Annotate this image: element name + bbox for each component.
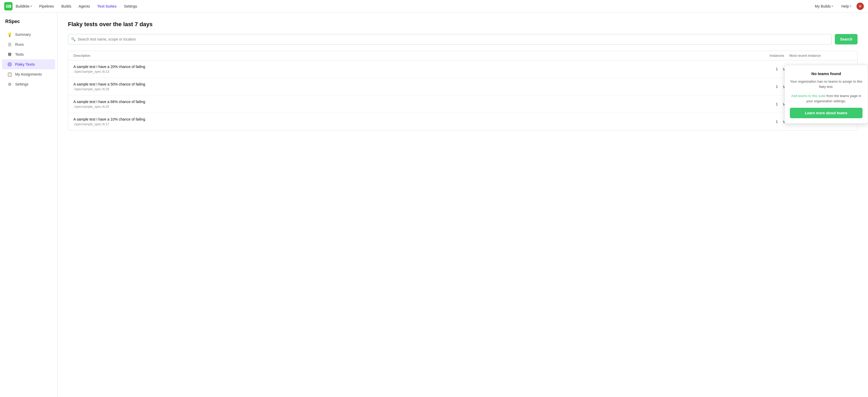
nav-builds[interactable]: Builds <box>58 3 74 10</box>
clipboard-icon: 📋 <box>7 72 12 77</box>
col-instances-header: Instances <box>758 54 784 58</box>
svg-rect-1 <box>10 5 11 8</box>
sidebar-item-label: Tests <box>15 52 24 56</box>
layers-icon <box>7 52 12 57</box>
popover-title: No teams found <box>790 72 863 76</box>
sidebar-item-label: My Assignments <box>15 72 42 76</box>
help-button[interactable]: Help ▾ <box>838 3 855 10</box>
target-icon <box>7 62 12 67</box>
popover-description: Your organization has no teams to assign… <box>790 79 863 89</box>
nav-pipelines[interactable]: Pipelines <box>36 3 57 10</box>
avatar[interactable]: U <box>857 3 864 10</box>
my-builds-button[interactable]: My Builds ▾ <box>812 3 836 10</box>
search-input[interactable] <box>68 34 832 45</box>
sidebar-item-flaky-tests[interactable]: Flaky Tests <box>2 59 55 69</box>
test-instances: 1 <box>752 102 778 106</box>
nav-agents[interactable]: Agents <box>75 3 93 10</box>
test-title: A sample test I have a 50% chance of fai… <box>73 82 752 86</box>
table-row[interactable]: A sample test I have a 20% chance of fai… <box>68 60 857 78</box>
chevron-down-icon: ▾ <box>31 5 32 7</box>
buildkite-logo[interactable] <box>4 2 12 10</box>
svg-rect-4 <box>8 55 11 56</box>
row-description: A sample test I have a 20% chance of fai… <box>73 65 752 74</box>
table-row[interactable]: A sample test I have a 10% chance of fai… <box>68 113 857 130</box>
lightbulb-icon: 💡 <box>7 32 12 37</box>
test-instances: 1 <box>752 67 778 71</box>
sidebar-item-label: Settings <box>15 82 29 86</box>
search-button[interactable]: Search <box>835 34 858 45</box>
nav-buildkite[interactable]: Buildkite ▾ <box>12 3 35 10</box>
test-title: A sample test I have a 10% chance of fai… <box>73 117 752 121</box>
sidebar-item-label: Summary <box>15 32 31 37</box>
sidebar-item-tests[interactable]: Tests <box>2 50 55 59</box>
sidebar-item-summary[interactable]: 💡 Summary <box>2 30 55 39</box>
list-icon: ☰ <box>7 42 12 47</box>
test-location: ./spec/sample_spec.rb:13 <box>73 70 752 74</box>
test-title: A sample test I have a 66% chance of fai… <box>73 100 752 104</box>
sidebar-item-settings[interactable]: ⚙ Settings <box>2 79 55 89</box>
sidebar-item-my-assignments[interactable]: 📋 My Assignments <box>2 69 55 79</box>
nav-test-suites[interactable]: Test Suites <box>94 3 120 10</box>
test-location: ./spec/sample_spec.rb:17 <box>73 122 752 126</box>
table-header: Description Instances Most recent instan… <box>68 51 857 60</box>
table-row[interactable]: A sample test I have a 66% chance of fai… <box>68 95 857 113</box>
flaky-tests-table: Description Instances Most recent instan… <box>68 51 858 131</box>
col-description-header: Description <box>73 54 758 58</box>
nav-settings[interactable]: Settings <box>121 3 140 10</box>
test-instances: 1 <box>752 119 778 124</box>
sidebar: RSpec 💡 Summary ☰ Runs Tests <box>0 12 58 397</box>
main-content: Flaky tests over the last 7 days 🔍 Searc… <box>58 12 868 397</box>
sidebar-item-label: Runs <box>15 42 24 47</box>
page-title: Flaky tests over the last 7 days <box>68 21 858 28</box>
chevron-down-icon: ▾ <box>850 5 851 7</box>
no-teams-popover: No teams found Your organization has no … <box>784 65 868 124</box>
svg-rect-3 <box>8 54 11 55</box>
search-icon: 🔍 <box>71 37 75 41</box>
row-description: A sample test I have a 10% chance of fai… <box>73 117 752 126</box>
sidebar-item-label: Flaky Tests <box>15 62 35 66</box>
page-layout: RSpec 💡 Summary ☰ Runs Tests <box>0 12 868 397</box>
svg-rect-2 <box>8 53 11 54</box>
top-navigation: Buildkite ▾ Pipelines Builds Agents Test… <box>0 0 868 12</box>
test-location: ./spec/sample_spec.rb:29 <box>73 87 752 91</box>
search-bar: 🔍 Search <box>68 34 858 45</box>
col-recent-header: Most recent instance <box>784 54 852 58</box>
row-description: A sample test I have a 66% chance of fai… <box>73 100 752 109</box>
test-location: ./spec/sample_spec.rb:25 <box>73 105 752 109</box>
row-description: A sample test I have a 50% chance of fai… <box>73 82 752 91</box>
gear-icon: ⚙ <box>7 82 12 87</box>
test-instances: 1 <box>752 84 778 89</box>
nav-links: Buildkite ▾ Pipelines Builds Agents Test… <box>12 3 812 10</box>
search-input-wrap: 🔍 <box>68 34 832 45</box>
test-title: A sample test I have a 20% chance of fai… <box>73 65 752 69</box>
nav-right: My Builds ▾ Help ▾ U <box>812 3 864 10</box>
chevron-down-icon: ▾ <box>832 5 833 7</box>
sidebar-item-runs[interactable]: ☰ Runs <box>2 39 55 50</box>
popover-link-text: Add teams to this suite from the teams p… <box>790 93 863 104</box>
table-row[interactable]: A sample test I have a 50% chance of fai… <box>68 78 857 95</box>
svg-point-7 <box>9 64 10 65</box>
learn-more-button[interactable]: Learn more about teams <box>790 108 863 118</box>
suite-name: RSpec <box>0 19 57 30</box>
add-teams-link[interactable]: Add teams to this suite <box>791 94 826 98</box>
